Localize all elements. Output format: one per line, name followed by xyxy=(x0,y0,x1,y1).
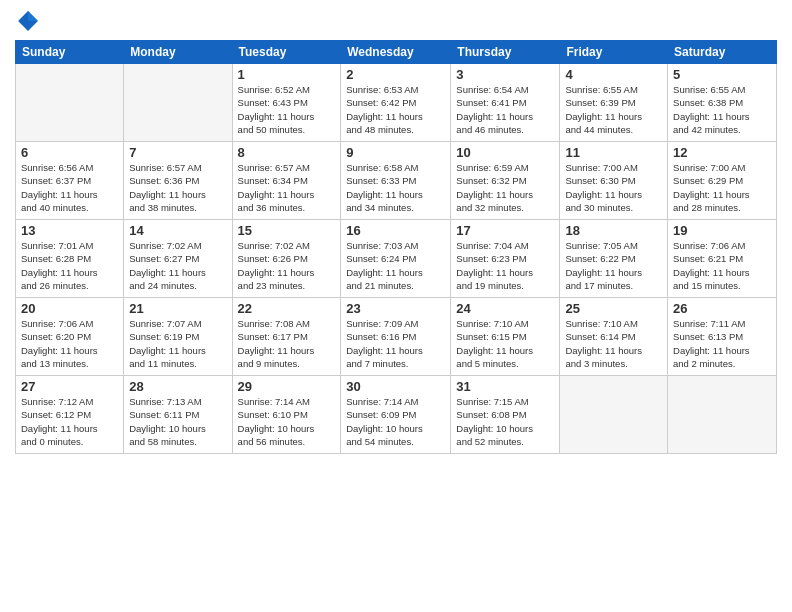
day-number: 30 xyxy=(346,379,445,394)
calendar-cell xyxy=(16,64,124,142)
day-number: 12 xyxy=(673,145,771,160)
day-info: Sunrise: 6:58 AMSunset: 6:33 PMDaylight:… xyxy=(346,161,445,214)
calendar-cell: 2Sunrise: 6:53 AMSunset: 6:42 PMDaylight… xyxy=(341,64,451,142)
day-number: 19 xyxy=(673,223,771,238)
header xyxy=(15,10,777,32)
day-info: Sunrise: 6:55 AMSunset: 6:38 PMDaylight:… xyxy=(673,83,771,136)
day-number: 5 xyxy=(673,67,771,82)
calendar-cell: 10Sunrise: 6:59 AMSunset: 6:32 PMDayligh… xyxy=(451,142,560,220)
day-info: Sunrise: 7:02 AMSunset: 6:26 PMDaylight:… xyxy=(238,239,336,292)
day-info: Sunrise: 6:55 AMSunset: 6:39 PMDaylight:… xyxy=(565,83,662,136)
col-header-thursday: Thursday xyxy=(451,41,560,64)
calendar-cell: 16Sunrise: 7:03 AMSunset: 6:24 PMDayligh… xyxy=(341,220,451,298)
calendar-cell: 11Sunrise: 7:00 AMSunset: 6:30 PMDayligh… xyxy=(560,142,668,220)
day-info: Sunrise: 6:53 AMSunset: 6:42 PMDaylight:… xyxy=(346,83,445,136)
calendar-cell xyxy=(668,376,777,454)
day-info: Sunrise: 6:54 AMSunset: 6:41 PMDaylight:… xyxy=(456,83,554,136)
day-number: 25 xyxy=(565,301,662,316)
day-number: 17 xyxy=(456,223,554,238)
day-info: Sunrise: 6:57 AMSunset: 6:34 PMDaylight:… xyxy=(238,161,336,214)
day-info: Sunrise: 7:10 AMSunset: 6:14 PMDaylight:… xyxy=(565,317,662,370)
day-info: Sunrise: 7:08 AMSunset: 6:17 PMDaylight:… xyxy=(238,317,336,370)
day-info: Sunrise: 7:10 AMSunset: 6:15 PMDaylight:… xyxy=(456,317,554,370)
day-number: 20 xyxy=(21,301,118,316)
page: SundayMondayTuesdayWednesdayThursdayFrid… xyxy=(0,0,792,612)
calendar-cell: 26Sunrise: 7:11 AMSunset: 6:13 PMDayligh… xyxy=(668,298,777,376)
day-info: Sunrise: 7:11 AMSunset: 6:13 PMDaylight:… xyxy=(673,317,771,370)
day-info: Sunrise: 7:00 AMSunset: 6:30 PMDaylight:… xyxy=(565,161,662,214)
day-number: 1 xyxy=(238,67,336,82)
calendar-cell: 13Sunrise: 7:01 AMSunset: 6:28 PMDayligh… xyxy=(16,220,124,298)
col-header-friday: Friday xyxy=(560,41,668,64)
calendar-cell: 27Sunrise: 7:12 AMSunset: 6:12 PMDayligh… xyxy=(16,376,124,454)
calendar-cell: 5Sunrise: 6:55 AMSunset: 6:38 PMDaylight… xyxy=(668,64,777,142)
calendar-cell: 9Sunrise: 6:58 AMSunset: 6:33 PMDaylight… xyxy=(341,142,451,220)
calendar-cell: 29Sunrise: 7:14 AMSunset: 6:10 PMDayligh… xyxy=(232,376,341,454)
day-number: 23 xyxy=(346,301,445,316)
calendar-cell: 31Sunrise: 7:15 AMSunset: 6:08 PMDayligh… xyxy=(451,376,560,454)
calendar-cell: 3Sunrise: 6:54 AMSunset: 6:41 PMDaylight… xyxy=(451,64,560,142)
calendar-cell: 18Sunrise: 7:05 AMSunset: 6:22 PMDayligh… xyxy=(560,220,668,298)
col-header-wednesday: Wednesday xyxy=(341,41,451,64)
col-header-monday: Monday xyxy=(124,41,232,64)
svg-marker-1 xyxy=(28,11,38,21)
day-number: 4 xyxy=(565,67,662,82)
day-number: 26 xyxy=(673,301,771,316)
day-number: 29 xyxy=(238,379,336,394)
day-number: 18 xyxy=(565,223,662,238)
day-number: 15 xyxy=(238,223,336,238)
day-info: Sunrise: 7:15 AMSunset: 6:08 PMDaylight:… xyxy=(456,395,554,448)
day-number: 21 xyxy=(129,301,226,316)
day-info: Sunrise: 7:07 AMSunset: 6:19 PMDaylight:… xyxy=(129,317,226,370)
day-number: 8 xyxy=(238,145,336,160)
day-info: Sunrise: 6:57 AMSunset: 6:36 PMDaylight:… xyxy=(129,161,226,214)
calendar-cell: 24Sunrise: 7:10 AMSunset: 6:15 PMDayligh… xyxy=(451,298,560,376)
calendar-cell xyxy=(560,376,668,454)
day-number: 22 xyxy=(238,301,336,316)
header-row: SundayMondayTuesdayWednesdayThursdayFrid… xyxy=(16,41,777,64)
calendar-cell: 6Sunrise: 6:56 AMSunset: 6:37 PMDaylight… xyxy=(16,142,124,220)
calendar-cell: 20Sunrise: 7:06 AMSunset: 6:20 PMDayligh… xyxy=(16,298,124,376)
day-number: 16 xyxy=(346,223,445,238)
day-info: Sunrise: 7:00 AMSunset: 6:29 PMDaylight:… xyxy=(673,161,771,214)
col-header-tuesday: Tuesday xyxy=(232,41,341,64)
day-number: 6 xyxy=(21,145,118,160)
day-info: Sunrise: 7:02 AMSunset: 6:27 PMDaylight:… xyxy=(129,239,226,292)
week-row-1: 1Sunrise: 6:52 AMSunset: 6:43 PMDaylight… xyxy=(16,64,777,142)
day-number: 27 xyxy=(21,379,118,394)
day-info: Sunrise: 7:06 AMSunset: 6:21 PMDaylight:… xyxy=(673,239,771,292)
col-header-sunday: Sunday xyxy=(16,41,124,64)
day-number: 14 xyxy=(129,223,226,238)
day-info: Sunrise: 7:06 AMSunset: 6:20 PMDaylight:… xyxy=(21,317,118,370)
calendar-cell xyxy=(124,64,232,142)
week-row-3: 13Sunrise: 7:01 AMSunset: 6:28 PMDayligh… xyxy=(16,220,777,298)
calendar-cell: 14Sunrise: 7:02 AMSunset: 6:27 PMDayligh… xyxy=(124,220,232,298)
calendar-cell: 17Sunrise: 7:04 AMSunset: 6:23 PMDayligh… xyxy=(451,220,560,298)
day-number: 9 xyxy=(346,145,445,160)
col-header-saturday: Saturday xyxy=(668,41,777,64)
day-info: Sunrise: 7:05 AMSunset: 6:22 PMDaylight:… xyxy=(565,239,662,292)
week-row-2: 6Sunrise: 6:56 AMSunset: 6:37 PMDaylight… xyxy=(16,142,777,220)
calendar-cell: 25Sunrise: 7:10 AMSunset: 6:14 PMDayligh… xyxy=(560,298,668,376)
day-info: Sunrise: 7:03 AMSunset: 6:24 PMDaylight:… xyxy=(346,239,445,292)
calendar-cell: 30Sunrise: 7:14 AMSunset: 6:09 PMDayligh… xyxy=(341,376,451,454)
calendar-cell: 12Sunrise: 7:00 AMSunset: 6:29 PMDayligh… xyxy=(668,142,777,220)
day-info: Sunrise: 7:01 AMSunset: 6:28 PMDaylight:… xyxy=(21,239,118,292)
calendar-cell: 21Sunrise: 7:07 AMSunset: 6:19 PMDayligh… xyxy=(124,298,232,376)
calendar-cell: 23Sunrise: 7:09 AMSunset: 6:16 PMDayligh… xyxy=(341,298,451,376)
day-number: 11 xyxy=(565,145,662,160)
day-info: Sunrise: 7:14 AMSunset: 6:09 PMDaylight:… xyxy=(346,395,445,448)
calendar-cell: 1Sunrise: 6:52 AMSunset: 6:43 PMDaylight… xyxy=(232,64,341,142)
week-row-4: 20Sunrise: 7:06 AMSunset: 6:20 PMDayligh… xyxy=(16,298,777,376)
logo-icon xyxy=(17,10,39,32)
calendar-cell: 19Sunrise: 7:06 AMSunset: 6:21 PMDayligh… xyxy=(668,220,777,298)
day-number: 31 xyxy=(456,379,554,394)
calendar-cell: 8Sunrise: 6:57 AMSunset: 6:34 PMDaylight… xyxy=(232,142,341,220)
calendar-cell: 15Sunrise: 7:02 AMSunset: 6:26 PMDayligh… xyxy=(232,220,341,298)
day-number: 10 xyxy=(456,145,554,160)
day-info: Sunrise: 6:56 AMSunset: 6:37 PMDaylight:… xyxy=(21,161,118,214)
calendar-cell: 22Sunrise: 7:08 AMSunset: 6:17 PMDayligh… xyxy=(232,298,341,376)
day-info: Sunrise: 7:13 AMSunset: 6:11 PMDaylight:… xyxy=(129,395,226,448)
calendar-cell: 7Sunrise: 6:57 AMSunset: 6:36 PMDaylight… xyxy=(124,142,232,220)
calendar-table: SundayMondayTuesdayWednesdayThursdayFrid… xyxy=(15,40,777,454)
